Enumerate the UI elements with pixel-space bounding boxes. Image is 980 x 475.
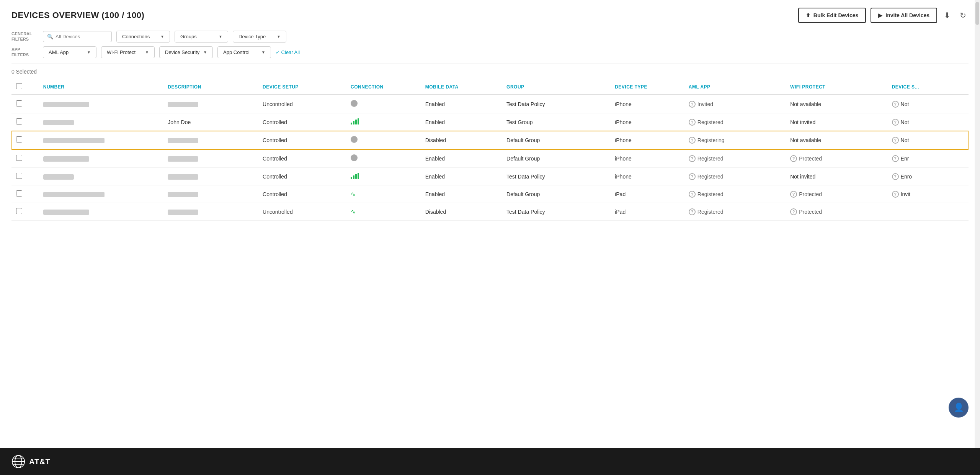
devicetype-cell: iPhone (610, 95, 684, 113)
wifi-protect-dropdown[interactable]: Wi-Fi Protect ▼ (101, 46, 155, 58)
number-cell (39, 168, 163, 185)
devices-table: NUMBER DESCRIPTION DEVICE SETUP CONNECTI… (11, 79, 969, 221)
refresh-button[interactable]: ↻ (957, 8, 969, 22)
col-devicesec-header[interactable]: DEVICE S... (887, 79, 969, 95)
table-row[interactable]: Uncontrolled ∿ Disabled Test Data Policy… (11, 203, 969, 221)
help-circle-icon: ? (689, 119, 696, 126)
select-all-checkbox[interactable] (16, 83, 22, 89)
row-checkbox-cell (11, 131, 39, 149)
bar4 (358, 118, 359, 124)
group-cell: Default Group (502, 131, 610, 149)
col-description-header[interactable]: DESCRIPTION (163, 79, 258, 95)
groups-dropdown[interactable]: Groups ▼ (175, 31, 228, 43)
app-control-dropdown[interactable]: App Control ▼ (217, 46, 271, 58)
row-checkbox[interactable] (16, 173, 22, 179)
chevron-down-icon: ▼ (203, 50, 207, 54)
mobiledata-cell: Enabled (421, 168, 502, 185)
status-text: Registered (697, 156, 724, 162)
att-globe-icon (11, 455, 25, 468)
device-type-dropdown[interactable]: Device Type ▼ (233, 31, 286, 43)
general-filters-label: GENERALFILTERS (11, 31, 38, 41)
row-checkbox[interactable] (16, 190, 22, 197)
number-cell (39, 113, 163, 131)
col-connection-header[interactable]: CONNECTION (346, 79, 421, 95)
connection-cell: ∿ (346, 203, 421, 221)
help-circle-icon: ? (689, 155, 696, 162)
protected-icon: ? (790, 155, 797, 162)
col-group-header[interactable]: GROUP (502, 79, 610, 95)
search-box[interactable]: 🔍 (43, 31, 112, 42)
help-circle-icon: ? (892, 137, 899, 144)
devicesec-cell: ? Invit (887, 185, 969, 203)
table-row[interactable]: Controlled Disabled Default Group iPhone… (11, 131, 969, 149)
wifi-protect-text: Not invited (790, 119, 815, 125)
scrollbar-track[interactable] (975, 0, 980, 448)
wifi-protect-protected: ? Protected (790, 208, 822, 215)
search-input[interactable] (56, 34, 101, 39)
table-row[interactable]: John Doe Controlled Enabled Test Group i… (11, 113, 969, 131)
device-security-dropdown[interactable]: Device Security ▼ (159, 46, 213, 58)
setup-cell: Controlled (258, 149, 346, 168)
setup-cell: Controlled (258, 113, 346, 131)
scrollbar-thumb[interactable] (975, 2, 979, 25)
help-circle-icon: ? (892, 101, 899, 108)
col-mobiledata-header[interactable]: MOBILE DATA (421, 79, 502, 95)
chevron-down-icon: ▼ (277, 34, 281, 39)
invite-all-button[interactable]: ▶ Invite All Devices (871, 8, 937, 23)
row-checkbox[interactable] (16, 100, 22, 106)
blurred-number (168, 102, 198, 107)
clear-all-button[interactable]: ✓ Clear All (276, 49, 300, 55)
connection-cell (346, 168, 421, 185)
col-setup-header[interactable]: DEVICE SETUP (258, 79, 346, 95)
col-wifiprotect-header[interactable]: WIFI PROTECT (786, 79, 887, 95)
blurred-number (43, 120, 74, 125)
wifi-protect-text: Not available (790, 137, 821, 143)
connection-signal-bars (351, 173, 359, 179)
download-button[interactable]: ⬇ (942, 8, 953, 22)
chat-bubble-button[interactable]: 👤 (949, 398, 969, 418)
row-checkbox[interactable] (16, 118, 22, 124)
connection-cell (346, 95, 421, 113)
table-row[interactable]: Uncontrolled Enabled Test Data Policy iP… (11, 95, 969, 113)
row-checkbox[interactable] (16, 155, 22, 161)
table-row[interactable]: Controlled ∿ Enabled Default Group iPad … (11, 185, 969, 203)
amlapp-cell: ? Registered (684, 203, 786, 221)
connections-dropdown[interactable]: Connections ▼ (116, 31, 170, 43)
group-cell: Test Data Policy (502, 168, 610, 185)
row-checkbox[interactable] (16, 136, 22, 142)
number-cell (39, 149, 163, 168)
chevron-down-icon: ▼ (261, 50, 265, 54)
number-cell (39, 185, 163, 203)
filters-section: GENERALFILTERS 🔍 Connections ▼ Groups ▼ … (11, 31, 969, 58)
col-amlapp-header[interactable]: AML APP (684, 79, 786, 95)
wifiprotect-cell: ? Protected (786, 203, 887, 221)
wifiprotect-cell: ? Protected (786, 185, 887, 203)
help-circle-icon: ? (689, 208, 696, 215)
protected-icon: ? (790, 191, 797, 198)
bulk-edit-button[interactable]: ⬆ Bulk Edit Devices (798, 8, 866, 23)
device-security-text: ? Enro (892, 173, 912, 180)
table-row[interactable]: Controlled Enabled Test Data Policy iPho… (11, 168, 969, 185)
col-type-header[interactable]: DEVICE TYPE (610, 79, 684, 95)
connection-cell (346, 113, 421, 131)
devicetype-cell: iPhone (610, 113, 684, 131)
setup-cell: Controlled (258, 168, 346, 185)
bar1 (351, 123, 352, 124)
col-number-header[interactable]: NUMBER (39, 79, 163, 95)
att-brand-name: AT&T (29, 457, 51, 466)
row-checkbox[interactable] (16, 208, 22, 214)
status-text: Registered (697, 119, 724, 125)
status-icon: ? Registering (689, 137, 725, 144)
row-checkbox-cell (11, 203, 39, 221)
amlapp-cell: ? Registered (684, 149, 786, 168)
number-cell (39, 131, 163, 149)
aml-app-dropdown[interactable]: AML App ▼ (43, 46, 96, 58)
blurred-number (43, 156, 89, 162)
row-checkbox-cell (11, 95, 39, 113)
device-security-text: ? Enr (892, 155, 909, 162)
devicesec-cell: ? Enro (887, 168, 969, 185)
table-row[interactable]: Controlled Enabled Default Group iPhone … (11, 149, 969, 168)
header-row: DEVICES OVERVIEW (100 / 100) ⬆ Bulk Edit… (11, 8, 969, 23)
row-checkbox-cell (11, 168, 39, 185)
group-cell: Default Group (502, 185, 610, 203)
